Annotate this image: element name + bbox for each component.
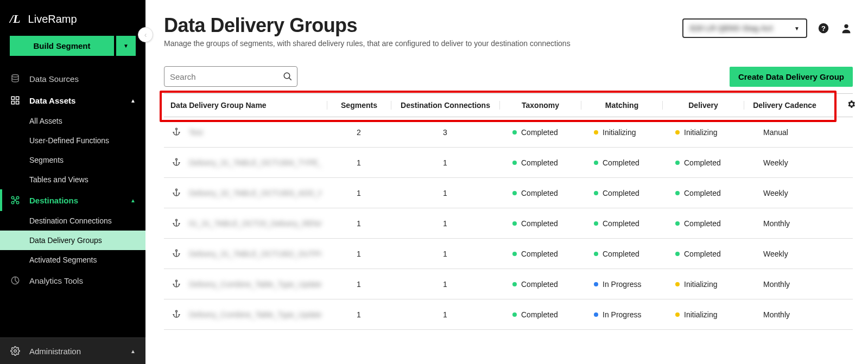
column-header-name[interactable]: Data Delivery Group Name	[164, 101, 327, 110]
column-header-taxonomy[interactable]: Taxonomy	[499, 101, 581, 110]
collapse-sidebar-button[interactable]: ‹	[138, 27, 153, 42]
sidebar-item-label: All Assets	[29, 117, 62, 125]
user-icon	[840, 22, 852, 34]
table-row[interactable]: Delivery_31_TABLE_OCT1902_OUTPUT11Comple…	[164, 239, 853, 269]
status-dot-icon	[594, 312, 598, 317]
row-name: Delivery_32_TABLE_OCT1903_ADD_PROPERTY	[189, 189, 321, 197]
chevron-left-icon: ‹	[144, 30, 147, 39]
column-header-cadence[interactable]: Delivery Cadence	[744, 101, 825, 110]
sidebar-item-udf[interactable]: User-Defined Functions	[0, 131, 145, 150]
table-row[interactable]: Delivery_Combine_Table_Type_Update_3111C…	[164, 299, 853, 330]
sidebar-item-tables[interactable]: Tables and Views	[0, 170, 145, 189]
sidebar-item-label: Data Delivery Groups	[29, 236, 102, 245]
svg-point-19	[176, 250, 178, 251]
profile-button[interactable]	[840, 22, 853, 35]
svg-point-21	[176, 310, 178, 312]
row-matching-status: In Progress	[594, 280, 642, 289]
sidebar-item-segments[interactable]: Segments	[0, 150, 145, 170]
sidebar-item-destinations[interactable]: Destinations ▲	[0, 189, 145, 211]
create-data-delivery-group-button[interactable]: Create Data Delivery Group	[730, 67, 853, 87]
row-dest: 1	[391, 310, 499, 319]
row-cadence: Weekly	[744, 189, 825, 197]
column-header-label: Segments	[341, 101, 377, 110]
table-header-row: Data Delivery Group Name Segments Destin…	[164, 93, 853, 117]
svg-point-17	[176, 189, 178, 190]
anchor-icon	[172, 157, 182, 168]
brand-name: LiveRamp	[28, 13, 77, 25]
sidebar: /L LiveRamp Build Segment ▼ Data Sources…	[0, 0, 145, 364]
row-name: Delivery_31_TABLE_OCT1902_OUTPUT	[189, 250, 321, 258]
table-row[interactable]: Delivery_Combine_Table_Type_Update_3111C…	[164, 269, 853, 299]
sidebar-item-label: Tables and Views	[29, 175, 88, 184]
sidebar-item-label: Destinations	[29, 196, 78, 205]
search-box[interactable]	[164, 66, 297, 87]
account-selector[interactable]: E20 LR QENG Stag Act	[682, 18, 807, 38]
sidebar-item-dest-connections[interactable]: Destination Connections	[0, 211, 145, 231]
status-dot-icon	[675, 191, 680, 195]
row-taxonomy-status: Completed	[512, 310, 558, 319]
column-header-label: Data Delivery Group Name	[170, 101, 267, 110]
sidebar-item-label: Destination Connections	[29, 216, 112, 225]
table-row[interactable]: 01_31_TABLE_OCT20_Delivery_RENAME_OUT11C…	[164, 208, 853, 239]
gear-icon	[10, 346, 21, 356]
build-segment-button[interactable]: Build Segment	[10, 36, 114, 56]
row-matching-status: Completed	[594, 250, 639, 258]
sidebar-item-data-sources[interactable]: Data Sources	[0, 68, 145, 90]
table-row[interactable]: Delivery_31_TABLE_OCT1904_TYPE_UPDATE_C1…	[164, 148, 853, 178]
status-dot-icon	[675, 312, 680, 317]
build-segment-dropdown[interactable]: ▼	[116, 36, 136, 56]
main: Data Delivery Groups Manage the groups o…	[145, 0, 868, 364]
column-header-matching[interactable]: Matching	[581, 101, 662, 110]
row-segments: 2	[327, 128, 391, 137]
row-name: 01_31_TABLE_OCT20_Delivery_RENAME_OUT	[189, 219, 321, 228]
sidebar-item-activated-segments[interactable]: Activated Segments	[0, 250, 145, 270]
svg-text:?: ?	[821, 24, 826, 33]
row-cadence: Monthly	[744, 280, 825, 289]
status-dot-icon	[512, 252, 517, 256]
sidebar-item-administration[interactable]: Administration ▲	[0, 337, 145, 364]
sidebar-item-label: User-Defined Functions	[29, 136, 109, 145]
brand: /L LiveRamp	[0, 0, 145, 36]
column-header-delivery[interactable]: Delivery	[662, 101, 744, 110]
svg-point-20	[176, 280, 178, 282]
row-name: Delivery_Combine_Table_Type_Update_31	[189, 310, 321, 319]
anchor-icon	[172, 248, 182, 259]
help-button[interactable]: ?	[817, 22, 830, 35]
column-header-segments[interactable]: Segments	[327, 101, 391, 110]
sidebar-item-label: Segments	[29, 156, 64, 164]
row-matching-status: Completed	[594, 219, 639, 228]
table-row[interactable]: Delivery_32_TABLE_OCT1903_ADD_PROPERTY11…	[164, 178, 853, 208]
row-segments: 1	[327, 219, 391, 228]
row-matching-status: In Progress	[594, 310, 642, 319]
status-dot-icon	[512, 191, 517, 195]
status-dot-icon	[594, 130, 598, 135]
status-dot-icon	[675, 130, 680, 135]
sidebar-item-analytics[interactable]: Analytics Tools	[0, 270, 145, 291]
column-header-label: Delivery	[688, 101, 718, 110]
svg-rect-3	[11, 101, 14, 104]
table-row[interactable]: Test23CompletedInitializingInitializingM…	[164, 117, 853, 148]
status-dot-icon	[675, 282, 680, 286]
sidebar-item-all-assets[interactable]: All Assets	[0, 111, 145, 131]
row-delivery-status: Initializing	[675, 280, 717, 289]
search-input[interactable]	[170, 72, 283, 81]
row-matching-status: Completed	[594, 158, 639, 167]
chevron-up-icon: ▲	[130, 197, 136, 203]
row-matching-status: Initializing	[594, 128, 636, 137]
sidebar-item-label: Administration	[29, 347, 81, 356]
status-dot-icon	[675, 161, 680, 165]
row-taxonomy-status: Completed	[512, 128, 558, 137]
column-header-dest[interactable]: Destination Connections	[391, 101, 499, 110]
sidebar-item-data-assets[interactable]: Data Assets ▲	[0, 90, 145, 111]
anchor-icon	[172, 218, 182, 229]
column-header-label: Destination Connections	[401, 101, 490, 110]
status-dot-icon	[675, 252, 680, 256]
svg-point-15	[176, 128, 178, 130]
page-subtitle: Manage the groups of segments, with shar…	[164, 39, 682, 48]
status-dot-icon	[512, 221, 517, 226]
row-dest: 1	[391, 219, 499, 228]
status-dot-icon	[512, 312, 517, 317]
table-settings-button[interactable]	[846, 99, 856, 109]
column-header-label: Taxonomy	[522, 101, 559, 110]
sidebar-item-data-delivery-groups[interactable]: Data Delivery Groups	[0, 231, 145, 250]
